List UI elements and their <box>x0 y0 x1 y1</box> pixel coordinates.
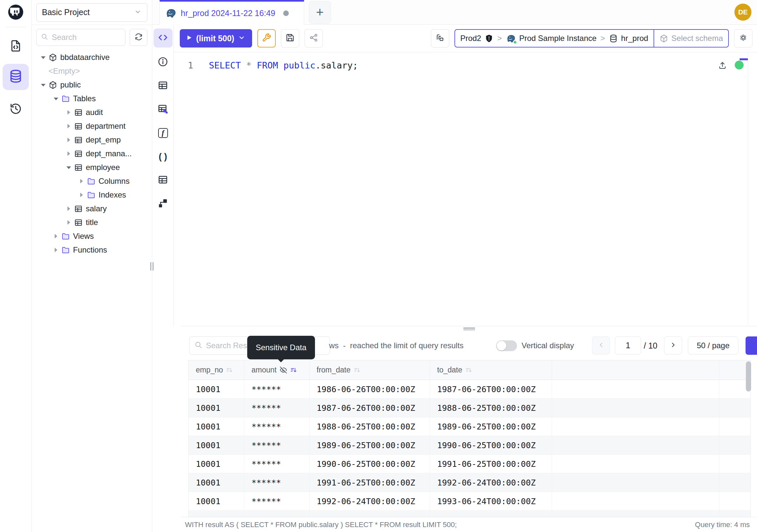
tree-item-dept-mana[interactable]: dept_mana... <box>32 147 152 161</box>
cell-amount[interactable]: ****** <box>244 455 309 473</box>
cell-from_date[interactable]: 1986-06-26T00:00:00Z <box>309 380 430 399</box>
tree-item-dept-emp[interactable]: dept_emp <box>32 133 152 147</box>
tree-item-salary[interactable]: salary <box>32 202 152 216</box>
sort-icon[interactable] <box>465 366 472 374</box>
tree-item-title[interactable]: title <box>32 216 152 229</box>
table-row[interactable]: 10001******1990-06-25T00:00:00Z1991-06-2… <box>189 455 750 473</box>
cell-from_date[interactable]: 1989-06-25T00:00:00Z <box>309 436 430 455</box>
cell-emp_no[interactable]: 10001 <box>189 380 244 399</box>
cell-emp_no[interactable]: 10001 <box>189 436 244 455</box>
cell-emp_no[interactable]: 10001 <box>189 399 244 417</box>
table-row[interactable]: 10001******1987-06-26T00:00:00Z1988-06-2… <box>189 399 750 417</box>
caret-down-icon[interactable] <box>41 55 45 60</box>
ai-assistant-button[interactable] <box>734 29 752 47</box>
cell-emp_no[interactable]: 10001 <box>189 455 244 473</box>
tree-item-functions[interactable]: Functions <box>32 243 152 257</box>
table-row[interactable]: 10001******1989-06-25T00:00:00Z1990-06-2… <box>189 436 750 455</box>
caret-down-icon[interactable] <box>54 96 58 101</box>
cell-from_date[interactable]: 1990-06-25T00:00:00Z <box>309 455 430 473</box>
connection-context[interactable]: Prod2 > Prod Sample Instance > hr_prod <box>455 30 653 47</box>
cell-amount[interactable]: ****** <box>244 492 309 511</box>
editor-rail-functions-button[interactable]: f <box>154 123 172 142</box>
panel-splitter[interactable] <box>181 326 757 331</box>
page-size-select[interactable]: 50 / page <box>688 336 738 355</box>
tree-item-bbdataarchive[interactable]: bbdataarchive <box>32 50 152 64</box>
caret-right-icon[interactable] <box>67 124 71 128</box>
refresh-button[interactable] <box>130 29 147 46</box>
cell-amount[interactable]: ****** <box>244 417 309 436</box>
table-row[interactable]: 10001******1986-06-26T00:00:00Z1987-06-2… <box>189 380 750 399</box>
editor-rail-tables-button[interactable] <box>154 76 172 95</box>
tab-hr-prod[interactable]: hr_prod 2024-11-22 16:49 <box>160 0 304 24</box>
tree-item-columns[interactable]: Columns <box>32 174 152 188</box>
cell-amount[interactable]: ****** <box>244 436 309 455</box>
new-tab-button[interactable]: + <box>309 1 331 24</box>
cell-emp_no[interactable]: 10001 <box>189 492 244 511</box>
caret-right-icon[interactable] <box>67 220 71 225</box>
column-header-amount[interactable]: amount <box>244 360 309 380</box>
cell-from_date[interactable]: 1992-06-24T00:00:00Z <box>309 492 430 511</box>
project-selector[interactable]: Basic Project <box>36 3 147 22</box>
rail-item-databases[interactable] <box>3 64 29 90</box>
cell-to_date[interactable]: 1994-06-24T00:00:00Z <box>430 511 552 517</box>
table-row[interactable]: 10001******1988-06-25T00:00:00Z1989-06-2… <box>189 417 750 436</box>
caret-right-icon[interactable] <box>54 248 58 252</box>
caret-right-icon[interactable] <box>67 138 71 142</box>
cell-amount[interactable]: ****** <box>244 399 309 417</box>
cell-to_date[interactable]: 1987-06-26T00:00:00Z <box>430 380 552 399</box>
editor-rail-info-button[interactable] <box>154 53 172 72</box>
tree-item-tables[interactable]: Tables <box>32 92 152 106</box>
run-query-button[interactable]: (limit 500) <box>180 29 252 47</box>
caret-right-icon[interactable] <box>79 193 84 197</box>
tree-item-public[interactable]: public <box>32 78 152 92</box>
editor-rail-external-tables-button[interactable] <box>154 171 172 190</box>
tree-item-views[interactable]: Views <box>32 229 152 243</box>
vertical-display-toggle[interactable] <box>496 340 517 351</box>
editor-rail-code-button[interactable] <box>154 28 172 47</box>
avatar[interactable]: DE <box>734 4 751 21</box>
table-row[interactable]: 10001******1993-06-24T00:00:00Z1994-06-2… <box>189 511 750 517</box>
table-row[interactable]: 10001******1992-06-24T00:00:00Z1993-06-2… <box>189 492 750 511</box>
editor-rail-procedures-button[interactable]: ( ) <box>154 147 172 166</box>
schema-selector[interactable]: Select schema <box>654 30 728 47</box>
caret-down-icon[interactable] <box>41 82 45 87</box>
format-sql-button[interactable] <box>257 29 276 47</box>
cell-emp_no[interactable]: 10001 <box>189 473 244 492</box>
prev-page-button[interactable] <box>592 336 610 355</box>
tree-item-employee[interactable]: employee <box>32 161 152 174</box>
caret-right-icon[interactable] <box>67 110 71 115</box>
cell-to_date[interactable]: 1991-06-25T00:00:00Z <box>430 455 552 473</box>
cell-to_date[interactable]: 1989-06-25T00:00:00Z <box>430 417 552 436</box>
cell-from_date[interactable]: 1991-06-25T00:00:00Z <box>309 473 430 492</box>
connection-panel-button[interactable] <box>431 29 449 47</box>
page-number-input[interactable] <box>615 336 641 355</box>
editor-rail-er-diagram-button[interactable] <box>154 100 172 119</box>
cell-to_date[interactable]: 1992-06-24T00:00:00Z <box>430 473 552 492</box>
cell-amount[interactable]: ****** <box>244 511 309 517</box>
cell-emp_no[interactable]: 10001 <box>189 511 244 517</box>
column-header-emp_no[interactable]: emp_no <box>189 360 244 380</box>
caret-right-icon[interactable] <box>67 151 71 156</box>
caret-right-icon[interactable] <box>67 206 71 211</box>
sort-icon[interactable] <box>290 366 297 374</box>
results-scrollbar-thumb[interactable] <box>746 361 751 391</box>
sidebar-search-input[interactable] <box>52 33 121 42</box>
column-header-from_date[interactable]: from_date <box>309 360 430 380</box>
column-header-to_date[interactable]: to_date <box>430 360 552 380</box>
rail-item-worksheets[interactable] <box>6 37 25 56</box>
cell-from_date[interactable]: 1987-06-26T00:00:00Z <box>309 399 430 417</box>
table-row[interactable]: 10001******1991-06-25T00:00:00Z1992-06-2… <box>189 473 750 492</box>
next-page-button[interactable] <box>664 336 682 355</box>
caret-right-icon[interactable] <box>54 234 58 238</box>
cell-from_date[interactable]: 1988-06-25T00:00:00Z <box>309 417 430 436</box>
splitter-grip-icon[interactable] <box>463 328 475 330</box>
tree-item-empty[interactable]: <Empty> <box>32 64 152 78</box>
cell-to_date[interactable]: 1993-06-24T00:00:00Z <box>430 492 552 511</box>
cell-from_date[interactable]: 1993-06-24T00:00:00Z <box>309 511 430 517</box>
tree-item-indexes[interactable]: Indexes <box>32 188 152 202</box>
sort-icon[interactable] <box>354 366 361 374</box>
cell-to_date[interactable]: 1990-06-25T00:00:00Z <box>430 436 552 455</box>
sql-editor[interactable]: 1 SELECT * FROM public.salary; <box>174 52 757 326</box>
caret-right-icon[interactable] <box>79 179 84 183</box>
export-button[interactable] <box>745 336 757 355</box>
